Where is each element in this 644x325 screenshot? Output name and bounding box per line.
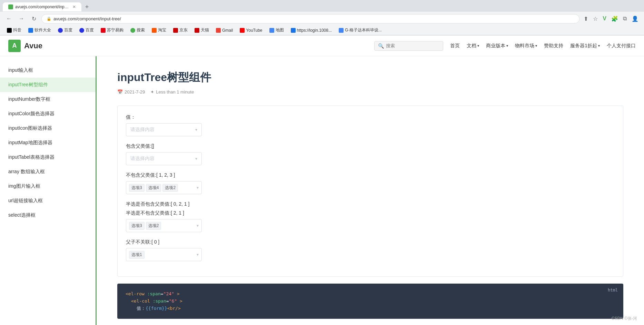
sidebar-item-select[interactable]: select选择框: [0, 208, 96, 223]
unrelated-select[interactable]: 选项1 ▾: [126, 248, 202, 261]
code-block: html <el-row :span="24" > <el-col :span=…: [117, 284, 623, 319]
bookmark-gezi[interactable]: G·格子达本科毕设...: [336, 27, 385, 34]
code-line-2: <el-col :span="6" >: [126, 298, 615, 305]
sidebar-item-inputicon[interactable]: inputIcon图标选择器: [0, 121, 96, 136]
tab-title: avuejs.com/component/input-tree/: [15, 4, 70, 9]
bookmarks-bar: 抖音 软件大全 百度 百度 苏宁易购 搜索 淘宝 京东: [0, 26, 644, 35]
code-label: html: [608, 287, 618, 294]
sidebar-item-inputtree[interactable]: inputTree树型组件: [0, 78, 96, 92]
baidu2-favicon: [79, 28, 84, 33]
halfcheck-select[interactable]: 选项3 选项2 ▾: [126, 219, 202, 232]
profile-icon[interactable]: 👤: [630, 14, 640, 23]
demo-section-unrelated: 父子不关联:[ 0 ] 选项1 ▾: [126, 239, 615, 261]
page-meta: 📅 2021-7-29 ✦ Less than 1 minute: [117, 89, 623, 95]
gmail-favicon: [216, 28, 221, 33]
reload-button[interactable]: ↻: [29, 14, 39, 23]
read-icon: ✦: [150, 89, 154, 95]
tmall-favicon: [195, 28, 199, 33]
tab-favicon: [8, 4, 13, 9]
code-line-1: <el-row :span="24" >: [126, 290, 615, 298]
unrelated-label: 父子不关联:[ 0 ]: [126, 239, 615, 245]
bookmark-youtube[interactable]: YouTube: [237, 27, 265, 33]
main-content: inputTree树型组件 📅 2021-7-29 ✦ Less than 1 …: [97, 56, 644, 325]
browser-actions: ⬆ ☆ V 🧩 ⧉ 👤: [582, 14, 640, 23]
sidebar-item-array[interactable]: array 数组输入框: [0, 165, 96, 179]
exclude-parent-select[interactable]: 选项3 选项4 选项2 ▾: [126, 181, 202, 194]
exclude-parent-arrow: ▾: [197, 185, 199, 190]
docs-caret: ▾: [477, 44, 479, 48]
browser-tab-active[interactable]: avuejs.com/component/input-tree/ ✕: [3, 2, 81, 11]
header-search: 🔍: [374, 41, 443, 51]
bookmark-gmail-label: Gmail: [222, 28, 233, 33]
youtube-favicon: [240, 28, 245, 33]
ext-icon-1[interactable]: V: [601, 14, 608, 23]
software-favicon: [28, 28, 33, 33]
bookmark-baidu2[interactable]: 百度: [77, 27, 97, 34]
demo-section-value: 值： 请选择内容 ▾: [126, 114, 615, 136]
logo-icon: A: [8, 40, 21, 52]
bookmark-login-label: https://login.1008...: [297, 28, 332, 33]
nav-home[interactable]: 首页: [450, 43, 460, 49]
logo-letter: A: [12, 42, 17, 49]
site-header: A Avue 🔍 首页 文档 ▾ 商业版本 ▾ 物料市场 ▾ 赞助支持 服务器1…: [0, 36, 644, 56]
demo-section-exclude-parent: 不包含父类值:[ 1, 2, 3 ] 选项3 选项4 选项2 ▾: [126, 172, 615, 194]
share-icon[interactable]: ⬆: [582, 14, 589, 23]
bookmark-tmall[interactable]: 天猫: [192, 27, 212, 34]
bookmark-icon[interactable]: ☆: [592, 14, 599, 23]
halfcheck-arrow: ▾: [197, 223, 199, 228]
calendar-icon: 📅: [117, 89, 123, 95]
bookmark-search[interactable]: 搜索: [128, 27, 148, 34]
bookmark-maps[interactable]: 地图: [267, 27, 287, 34]
sidebar-item-inputtabel[interactable]: inputTabel表格选择器: [0, 150, 96, 165]
bookmark-taobao-label: 淘宝: [158, 27, 166, 33]
search-box[interactable]: 🔍: [374, 41, 443, 51]
nav-sponsor[interactable]: 赞助支持: [544, 43, 563, 49]
new-tab-button[interactable]: +: [82, 2, 92, 12]
ext-icon-2[interactable]: 🧩: [610, 14, 620, 23]
include-parent-select[interactable]: 请选择内容 ▾: [126, 152, 202, 165]
bookmark-software[interactable]: 软件大全: [26, 27, 54, 34]
sidebar-item-url[interactable]: url超链接输入框: [0, 194, 96, 208]
back-button[interactable]: ←: [4, 14, 14, 23]
logo-text: Avue: [24, 41, 42, 50]
value-select[interactable]: 请选择内容 ▾: [126, 123, 202, 136]
sidebar-item-inputnumber[interactable]: inputNumber数字框: [0, 92, 96, 107]
unrelated-arrow: ▾: [197, 252, 199, 257]
bookmark-tmall-label: 天猫: [201, 27, 209, 33]
suning-favicon: [101, 28, 106, 33]
nav-commercial[interactable]: 商业版本 ▾: [486, 43, 508, 49]
bookmark-douyin[interactable]: 抖音: [4, 27, 24, 34]
sidebar-item-inputmap[interactable]: inputMap地图选择器: [0, 136, 96, 150]
nav-personal[interactable]: 个人支付接口: [607, 43, 636, 49]
include-parent-placeholder: 请选择内容: [130, 156, 195, 162]
search-input[interactable]: [386, 43, 434, 48]
bookmark-jd[interactable]: 京东: [170, 27, 190, 34]
server-caret: ▾: [598, 44, 600, 48]
bookmark-software-label: 软件大全: [34, 27, 51, 33]
bookmark-taobao[interactable]: 淘宝: [149, 27, 169, 34]
split-view-icon[interactable]: ⧉: [622, 14, 628, 23]
include-parent-arrow: ▾: [195, 156, 197, 161]
address-bar[interactable]: 🔒 avuejs.com/component/input-tree/: [41, 14, 579, 23]
code-line-3: 值：{{form}}<br/>: [126, 305, 615, 312]
meta-read-item: ✦ Less than 1 minute: [150, 89, 194, 95]
sidebar-item-inputcolor[interactable]: inputColor颜色选择器: [0, 107, 96, 121]
bookmark-gmail[interactable]: Gmail: [213, 27, 236, 33]
sidebar-item-img[interactable]: img图片输入框: [0, 179, 96, 194]
sidebar-item-input[interactable]: input输入框: [0, 63, 96, 78]
bookmark-jd-label: 京东: [179, 27, 188, 33]
nav-server[interactable]: 服务器1折起 ▾: [570, 43, 600, 49]
nav-docs[interactable]: 文档 ▾: [467, 43, 479, 49]
forward-button[interactable]: →: [17, 14, 26, 23]
bookmark-suning[interactable]: 苏宁易购: [98, 27, 126, 34]
tab-close-button[interactable]: ✕: [72, 4, 76, 9]
nav-material[interactable]: 物料市场 ▾: [515, 43, 537, 49]
halfcheck-label2: 半选是不包含父类值:[ 2, 1 ]: [126, 210, 615, 216]
bookmark-login[interactable]: https://login.1008...: [288, 27, 335, 33]
site-body: input输入框 inputTree树型组件 inputNumber数字框 in…: [0, 56, 644, 325]
site-logo[interactable]: A Avue: [8, 40, 42, 52]
bookmark-baidu1[interactable]: 百度: [55, 27, 75, 34]
sidebar: input输入框 inputTree树型组件 inputNumber数字框 in…: [0, 56, 97, 325]
douyin-favicon: [7, 28, 12, 33]
page-title: inputTree树型组件: [117, 70, 623, 85]
